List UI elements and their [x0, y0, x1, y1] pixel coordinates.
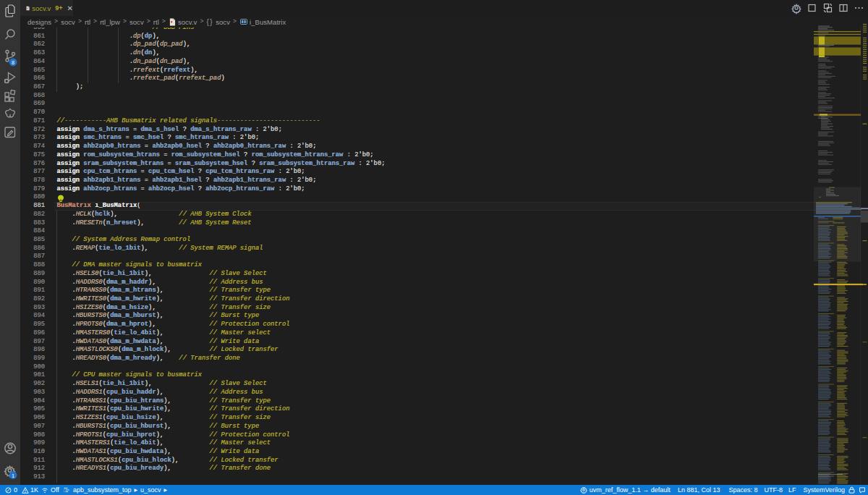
svg-text:8: 8 — [12, 59, 14, 66]
svg-text:1: 1 — [12, 473, 14, 479]
